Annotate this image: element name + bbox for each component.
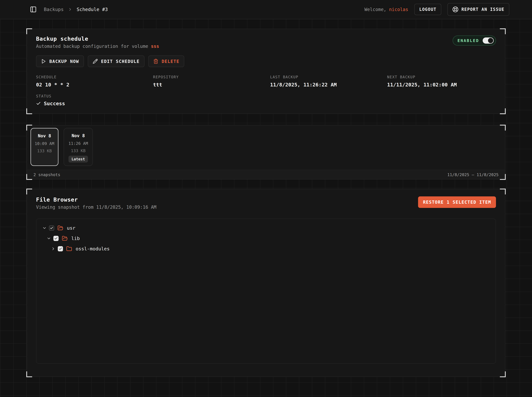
corner-bracket bbox=[500, 371, 506, 377]
field-last-backup: LAST BACKUP 11/8/2025, 11:26:22 AM bbox=[270, 75, 387, 87]
snapshots-panel: Nov 8 10:09 AM 133 KB Nov 8 11:26 AM 133… bbox=[27, 125, 505, 180]
play-icon bbox=[41, 59, 46, 64]
chevron-right-icon[interactable] bbox=[51, 247, 56, 251]
tree-item-label: usr bbox=[67, 225, 75, 231]
field-next-backup: NEXT BACKUP 11/11/2025, 11:02:00 AM bbox=[387, 75, 496, 87]
field-value: 11/8/2025, 11:26:22 AM bbox=[270, 82, 387, 87]
enabled-label: ENABLED bbox=[457, 38, 479, 43]
field-label: NEXT BACKUP bbox=[387, 75, 496, 79]
toggle-knob bbox=[488, 38, 493, 43]
trash-icon bbox=[153, 59, 158, 64]
field-value: 11/11/2025, 11:02:00 AM bbox=[387, 82, 496, 87]
folder-open-icon bbox=[57, 225, 63, 231]
edit-schedule-button[interactable]: EDIT SCHEDULE bbox=[88, 56, 145, 67]
corner-bracket bbox=[500, 28, 506, 34]
breadcrumb-section[interactable]: Backups bbox=[44, 7, 64, 12]
delete-button[interactable]: DELETE bbox=[148, 56, 184, 67]
chevron-down-icon[interactable] bbox=[42, 226, 47, 230]
report-issue-button[interactable]: REPORT AN ISSUE bbox=[447, 3, 509, 16]
backup-now-label: BACKUP NOW bbox=[49, 59, 79, 64]
breadcrumb-current: Schedule #3 bbox=[77, 7, 108, 12]
welcome-text: Welcome, nicolas bbox=[365, 7, 408, 12]
field-label: SCHEDULE bbox=[36, 75, 153, 79]
status-block: STATUS Success bbox=[36, 94, 496, 106]
snapshot-date: Nov 8 bbox=[38, 133, 51, 138]
username: nicolas bbox=[389, 7, 408, 12]
corner-bracket bbox=[26, 189, 32, 194]
panel-subtitle: Automated backup configuration for volum… bbox=[36, 44, 159, 49]
edit-schedule-label: EDIT SCHEDULE bbox=[101, 59, 139, 64]
snapshot-size: 133 KB bbox=[37, 149, 52, 153]
snapshot-card-selected[interactable]: Nov 8 10:09 AM 133 KB bbox=[31, 128, 58, 166]
field-label: LAST BACKUP bbox=[270, 75, 387, 79]
panel-title: Backup schedule bbox=[36, 36, 159, 42]
file-browser-subtitle: Viewing snapshot from 11/8/2025, 10:09:1… bbox=[36, 205, 157, 210]
corner-bracket bbox=[500, 189, 506, 194]
snapshot-date: Nov 8 bbox=[72, 133, 85, 138]
tree-row-ossl-modules[interactable]: ossl-modules bbox=[40, 244, 492, 254]
snapshot-count: 2 snapshots bbox=[33, 172, 60, 177]
field-value: ttt bbox=[153, 82, 270, 87]
status-label: STATUS bbox=[36, 94, 496, 98]
snapshot-card-list: Nov 8 10:09 AM 133 KB Nov 8 11:26 AM 133… bbox=[27, 125, 505, 170]
snapshot-card-latest[interactable]: Nov 8 11:26 AM 133 KB Latest bbox=[64, 128, 93, 166]
snapshot-time: 11:26 AM bbox=[69, 141, 88, 146]
report-issue-label: REPORT AN ISSUE bbox=[461, 7, 504, 12]
tree-row-usr[interactable]: usr bbox=[40, 223, 492, 233]
field-schedule: SCHEDULE 02 10 * * 2 bbox=[36, 75, 153, 87]
panel-left-icon bbox=[30, 6, 37, 13]
pencil-icon bbox=[93, 59, 98, 64]
file-tree: usr lib ossl-modules bbox=[36, 219, 496, 364]
file-browser-panel: File Browser Viewing snapshot from 11/8/… bbox=[27, 189, 505, 377]
corner-bracket bbox=[26, 371, 32, 377]
welcome-prefix: Welcome, bbox=[365, 7, 386, 12]
snapshot-size: 133 KB bbox=[71, 148, 86, 153]
field-label: REPOSITORY bbox=[153, 75, 270, 79]
snapshot-date-range: 11/8/2025 – 11/8/2025 bbox=[447, 172, 499, 177]
sidebar-toggle-button[interactable] bbox=[30, 6, 37, 13]
folder-icon bbox=[66, 246, 72, 252]
corner-bracket bbox=[500, 125, 506, 130]
tree-item-label: ossl-modules bbox=[76, 246, 110, 252]
check-icon bbox=[36, 101, 41, 106]
file-browser-title: File Browser bbox=[36, 196, 157, 203]
tree-item-label: lib bbox=[71, 236, 80, 241]
breadcrumb: Backups Schedule #3 bbox=[44, 7, 108, 12]
corner-bracket bbox=[500, 108, 506, 114]
checkbox-checked[interactable] bbox=[53, 236, 59, 241]
restore-button[interactable]: RESTORE 1 SELECTED ITEM bbox=[418, 196, 496, 208]
chevron-down-icon[interactable] bbox=[47, 236, 51, 241]
field-value: 02 10 * * 2 bbox=[36, 82, 153, 87]
snapshot-time: 10:09 AM bbox=[35, 141, 54, 146]
corner-bracket bbox=[500, 174, 506, 180]
delete-label: DELETE bbox=[162, 59, 179, 64]
folder-open-icon bbox=[62, 236, 68, 241]
corner-bracket bbox=[26, 125, 32, 130]
toggle-switch[interactable] bbox=[483, 37, 494, 44]
logout-label: LOGOUT bbox=[419, 7, 437, 12]
volume-name: sss bbox=[151, 44, 159, 49]
backup-schedule-panel: Backup schedule Automated backup configu… bbox=[27, 29, 505, 114]
snapshots-footer: 2 snapshots 11/8/2025 – 11/8/2025 bbox=[27, 170, 505, 179]
latest-badge: Latest bbox=[69, 156, 88, 162]
backup-now-button[interactable]: BACKUP NOW bbox=[36, 56, 84, 67]
corner-bracket bbox=[26, 174, 32, 180]
checkbox-partial[interactable] bbox=[49, 225, 54, 231]
top-bar: Backups Schedule #3 Welcome, nicolas LOG… bbox=[0, 0, 532, 19]
field-repository: REPOSITORY ttt bbox=[153, 75, 270, 87]
logout-button[interactable]: LOGOUT bbox=[414, 4, 441, 15]
subtitle-prefix: Automated backup configuration for volum… bbox=[36, 44, 151, 49]
corner-bracket bbox=[26, 28, 32, 34]
enabled-toggle[interactable]: ENABLED bbox=[453, 36, 496, 46]
breadcrumb-chevron-icon bbox=[68, 7, 72, 12]
life-buoy-icon bbox=[452, 6, 458, 12]
corner-bracket bbox=[26, 108, 32, 114]
status-value: Success bbox=[44, 100, 65, 106]
checkbox-checked[interactable] bbox=[58, 246, 63, 251]
tree-row-lib[interactable]: lib bbox=[40, 233, 492, 244]
